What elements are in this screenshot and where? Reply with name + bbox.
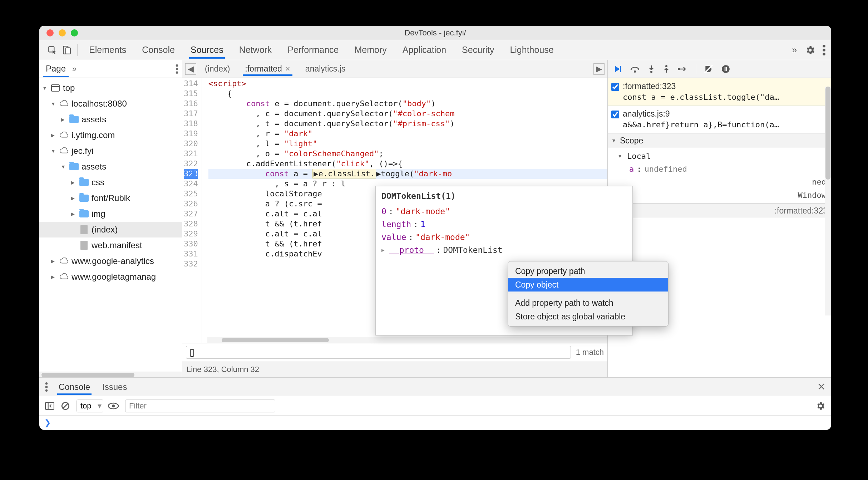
console-sidebar-toggle-icon[interactable]	[45, 402, 54, 410]
code-line[interactable]: const e = document.querySelector("body")	[208, 99, 607, 109]
panel-tab-application[interactable]: Application	[401, 41, 448, 59]
step-over-icon[interactable]	[630, 65, 640, 73]
tree-item[interactable]: ▶www.google-analytics	[39, 253, 182, 269]
line-number[interactable]: 314	[184, 79, 198, 89]
navigator-hscrollbar[interactable]	[39, 372, 182, 377]
panel-tab-security[interactable]: Security	[460, 41, 495, 59]
menu-item[interactable]: Store object as global variable	[508, 310, 668, 323]
breakpoint-item[interactable]: analytics.js:9	[611, 108, 828, 120]
line-number[interactable]: 320	[184, 139, 198, 149]
line-number[interactable]: 317	[184, 109, 198, 119]
panel-tab-sources[interactable]: Sources	[189, 41, 225, 59]
code-line[interactable]: , l = "light"	[208, 139, 607, 149]
inspect-element-icon[interactable]	[45, 43, 59, 57]
scope-section-header[interactable]: ▼ Scope	[608, 133, 831, 148]
breakpoint-checkbox[interactable]	[611, 83, 619, 91]
code-line[interactable]: , r = "dark"	[208, 129, 607, 139]
drawer-close-icon[interactable]: ✕	[817, 381, 825, 393]
tree-item[interactable]: ▶css	[39, 175, 182, 190]
popover-proto-row[interactable]: ▶ __proto__: DOMTokenList	[381, 244, 627, 256]
panel-tab-memory[interactable]: Memory	[353, 41, 388, 59]
step-icon[interactable]	[678, 65, 688, 73]
tree-item[interactable]: ▶i.ytimg.com	[39, 127, 182, 143]
file-tree[interactable]: ▼top▼localhost:8080▶assets▶i.ytimg.com▼j…	[39, 78, 182, 372]
navigator-kebab-icon[interactable]	[176, 64, 178, 74]
drawer-tab-console[interactable]: Console	[57, 379, 92, 395]
code-line[interactable]: const a = ▶e.classList.▶toggle("dark-mo	[208, 169, 607, 179]
code-line[interactable]: <script>	[208, 79, 607, 89]
editor-tab[interactable]: :formatted✕	[243, 62, 292, 76]
search-input[interactable]	[186, 346, 571, 359]
minimize-window-button[interactable]	[59, 29, 66, 36]
history-fwd-icon[interactable]: ▶	[593, 63, 605, 75]
code-line[interactable]: , o = "colorSchemeChanged";	[208, 149, 607, 159]
tree-item[interactable]: ▶img	[39, 206, 182, 222]
navigator-tab-page[interactable]: Page	[43, 61, 69, 77]
menu-item[interactable]: Copy object	[508, 278, 668, 292]
editor-tab[interactable]: analytics.js	[303, 62, 347, 76]
execution-context-selector[interactable]: top	[77, 400, 103, 412]
popover-property[interactable]: value: "dark-mode"	[381, 231, 627, 244]
code-line[interactable]: {	[208, 89, 607, 99]
close-tab-icon[interactable]: ✕	[285, 65, 290, 73]
popover-property[interactable]: length: 1	[381, 218, 627, 231]
line-number[interactable]: 316	[184, 99, 198, 109]
kebab-menu-icon[interactable]	[823, 45, 825, 55]
line-number[interactable]: 319	[184, 129, 198, 139]
breakpoint-checkbox[interactable]	[611, 111, 619, 118]
panel-tab-elements[interactable]: Elements	[88, 41, 128, 59]
breakpoint-item[interactable]: :formatted:323	[611, 80, 828, 93]
line-number[interactable]: 331	[184, 249, 198, 259]
line-number[interactable]: 327	[184, 209, 198, 219]
line-number[interactable]: 318	[184, 119, 198, 129]
drawer-tab-issues[interactable]: Issues	[101, 379, 128, 395]
line-number[interactable]: 324	[184, 179, 198, 189]
line-number[interactable]: 323	[184, 169, 198, 179]
more-tabs-button[interactable]: »	[790, 41, 798, 59]
code-line[interactable]: c.addEventListener("click", ()=>{	[208, 159, 607, 169]
tree-item[interactable]: ▼jec.fyi	[39, 143, 182, 159]
panel-tab-performance[interactable]: Performance	[286, 41, 340, 59]
callstack-frame[interactable]: :formatted:323	[608, 203, 831, 218]
menu-item[interactable]: Copy property path	[508, 264, 668, 278]
tree-item[interactable]: ▼top	[39, 80, 182, 96]
code-line[interactable]: , c = document.querySelector("#color-sch…	[208, 109, 607, 119]
tree-item[interactable]: ▶www.googletagmanag	[39, 269, 182, 285]
tree-item[interactable]: ▶font/Rubik	[39, 190, 182, 206]
line-number[interactable]: 321	[184, 149, 198, 159]
line-number[interactable]: 328	[184, 219, 198, 229]
live-expression-icon[interactable]	[108, 402, 119, 410]
tree-item[interactable]: ▼localhost:8080	[39, 96, 182, 112]
tree-item[interactable]: web.manifest	[39, 237, 182, 253]
code-hscrollbar[interactable]	[207, 337, 607, 343]
popover-property[interactable]: 0: "dark-mode"	[381, 205, 627, 218]
step-into-icon[interactable]	[648, 65, 655, 73]
tree-item[interactable]: (index)	[39, 222, 182, 237]
resume-icon[interactable]	[613, 64, 622, 74]
line-number[interactable]: 330	[184, 239, 198, 249]
scope-variable[interactable]: a: undefined	[613, 162, 831, 175]
window-vscrollbar[interactable]	[825, 87, 831, 315]
history-back-icon[interactable]: ◀	[185, 63, 196, 75]
settings-icon[interactable]	[805, 45, 815, 55]
pause-on-exceptions-icon[interactable]	[721, 64, 730, 74]
line-gutter[interactable]: 3143153163173183193203213223233243253263…	[182, 78, 202, 343]
panel-tab-console[interactable]: Console	[140, 41, 176, 59]
line-number[interactable]: 329	[184, 229, 198, 239]
console-filter-input[interactable]	[125, 400, 275, 412]
close-window-button[interactable]	[46, 29, 54, 36]
line-number[interactable]: 315	[184, 89, 198, 99]
line-number[interactable]: 322	[184, 159, 198, 169]
tree-item[interactable]: ▼assets	[39, 159, 182, 175]
drawer-kebab-icon[interactable]	[45, 382, 48, 392]
step-out-icon[interactable]	[663, 65, 670, 73]
console-settings-icon[interactable]	[815, 401, 825, 411]
line-number[interactable]: 332	[184, 259, 198, 269]
device-toolbar-icon[interactable]	[59, 43, 74, 57]
line-number[interactable]: 326	[184, 199, 198, 209]
panel-tab-network[interactable]: Network	[238, 41, 273, 59]
deactivate-breakpoints-icon[interactable]	[704, 64, 713, 74]
code-line[interactable]: , t = document.querySelector("#prism-css…	[208, 119, 607, 129]
clear-console-icon[interactable]	[61, 401, 70, 411]
tree-item[interactable]: ▶assets	[39, 112, 182, 127]
